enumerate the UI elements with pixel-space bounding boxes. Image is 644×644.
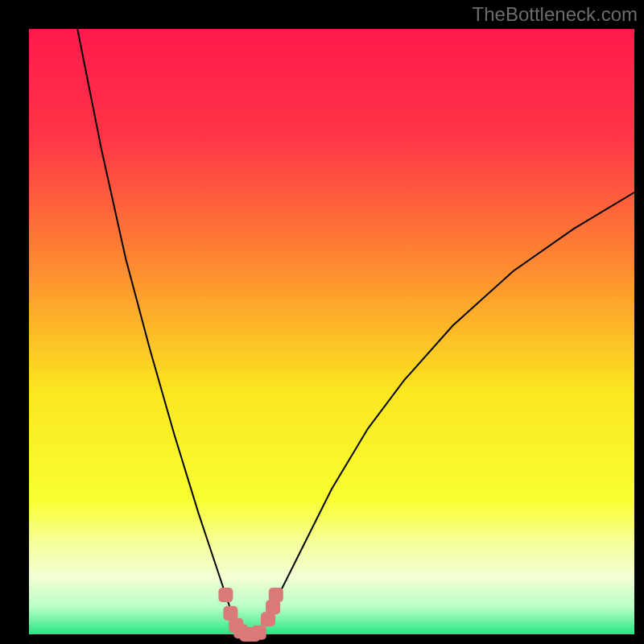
- curve-marker: [252, 625, 266, 640]
- curve-marker: [269, 588, 283, 602]
- curve-marker: [218, 588, 233, 602]
- bottleneck-chart: [0, 0, 644, 644]
- plot-background: [29, 29, 634, 634]
- watermark-text: TheBottleneck.com: [473, 3, 638, 26]
- chart-canvas: TheBottleneck.com: [0, 0, 644, 644]
